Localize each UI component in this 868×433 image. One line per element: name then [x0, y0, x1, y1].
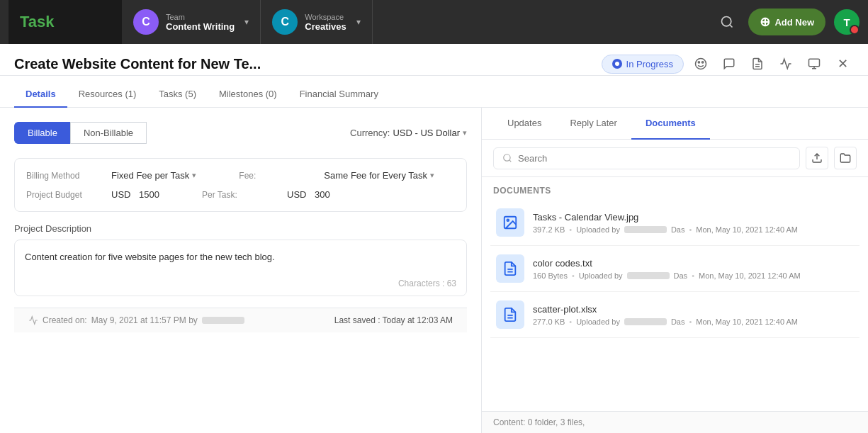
- close-button[interactable]: ✕: [831, 52, 854, 75]
- document-copy-button[interactable]: [746, 52, 769, 75]
- description-box[interactable]: Content creation for five website pages …: [14, 240, 467, 296]
- uploaded-by-label: Uploaded by: [576, 317, 620, 326]
- tab-reply-later[interactable]: Reply Later: [556, 108, 631, 140]
- uploader-name-blurred: [624, 318, 667, 325]
- right-panel: Updates Reply Later Documents: [482, 108, 868, 433]
- palette-icon: [694, 57, 707, 70]
- workspace-chevron-icon: ▾: [356, 17, 361, 27]
- user-avatar[interactable]: T: [834, 9, 859, 35]
- team-chevron-icon: ▾: [244, 17, 249, 27]
- doc-size: 277.0 KB: [533, 317, 565, 326]
- expand-icon: [808, 57, 821, 70]
- tab-financial-summary[interactable]: Financial Summary: [288, 81, 390, 108]
- doc-size: 397.2 KB: [533, 225, 565, 234]
- workspace-avatar: C: [272, 9, 298, 35]
- dot-separator: •: [689, 225, 692, 234]
- add-new-label: Add New: [774, 17, 814, 28]
- tab-details[interactable]: Details: [14, 81, 67, 108]
- doc-name: Tasks - Calendar View.jpg: [533, 212, 854, 223]
- currency-chevron-icon: ▾: [463, 128, 467, 137]
- tab-documents[interactable]: Documents: [631, 108, 710, 140]
- workspace-label: Workspace: [305, 13, 346, 21]
- created-label: Created on:: [43, 315, 87, 325]
- tab-tasks[interactable]: Tasks (5): [147, 81, 208, 108]
- created-value: May 9, 2021 at 11:57 PM by: [91, 315, 198, 325]
- documents-section-label: Documents: [482, 177, 868, 200]
- doc-uploader: Das: [671, 317, 685, 326]
- left-footer: Created on: May 9, 2021 at 11:57 PM by L…: [14, 308, 467, 332]
- billing-details-box: Billing Method Fixed Fee per Task ▾ Fee:…: [14, 158, 467, 212]
- dot-separator: •: [692, 271, 694, 280]
- uploaded-by-label: Uploaded by: [576, 225, 620, 234]
- currency-value: USD - US Dollar: [393, 128, 460, 138]
- add-new-button[interactable]: ⊕ Add New: [748, 9, 825, 35]
- budget-row: Project Budget USD 1500 Per Task: USD 30…: [26, 189, 455, 200]
- list-item[interactable]: color codes.txt 160 Bytes • Uploaded by …: [490, 246, 859, 292]
- xlsx-file-icon: [496, 300, 524, 329]
- billable-button[interactable]: Billable: [14, 122, 70, 144]
- currency-label: Currency:: [350, 128, 390, 138]
- uploader-name-blurred: [624, 226, 667, 233]
- non-billable-button[interactable]: Non-Billable: [70, 122, 147, 144]
- tab-milestones[interactable]: Milestones (0): [208, 81, 288, 108]
- right-toolbar: [482, 140, 868, 177]
- doc-meta: 277.0 KB • Uploaded by Das • Mon, May 10…: [533, 317, 854, 326]
- global-search-button[interactable]: [714, 9, 740, 35]
- doc-uploader: Das: [671, 225, 685, 234]
- svg-point-12: [507, 219, 509, 221]
- expand-button[interactable]: [803, 52, 825, 75]
- workspace-name: Creatives: [305, 21, 346, 32]
- doc-meta: 160 Bytes • Uploaded by Das • Mon, May 1…: [533, 271, 854, 280]
- uploader-name-blurred: [627, 272, 670, 279]
- search-icon: [502, 153, 512, 163]
- tab-resources[interactable]: Resources (1): [67, 81, 148, 108]
- currency-area: Currency: USD - US Dollar ▾: [350, 128, 467, 138]
- content-summary: Content: 0 folder, 3 files,: [493, 417, 585, 427]
- main-content: Create Website Content for New Te... In …: [0, 44, 868, 433]
- team-name: Content Writing: [166, 21, 235, 32]
- doc-size: 160 Bytes: [533, 271, 568, 280]
- document-list: Tasks - Calendar View.jpg 397.2 KB • Upl…: [482, 200, 868, 411]
- doc-date: Mon, May 10, 2021 12:40 AM: [696, 225, 798, 234]
- logo-area: Task: [9, 0, 122, 44]
- tab-updates[interactable]: Updates: [493, 108, 556, 140]
- header-actions: In Progress: [602, 52, 854, 75]
- status-badge[interactable]: In Progress: [602, 55, 684, 74]
- comment-icon: [723, 57, 735, 70]
- dot-separator: •: [569, 225, 572, 234]
- uploaded-by-label: Uploaded by: [579, 271, 623, 280]
- billing-toggle-row: Billable Non-Billable Currency: USD - US…: [14, 122, 467, 144]
- svg-point-0: [722, 17, 731, 26]
- right-tabs: Updates Reply Later Documents: [482, 108, 868, 140]
- page-title: Create Website Content for New Te...: [14, 56, 602, 72]
- list-item[interactable]: Tasks - Calendar View.jpg 397.2 KB • Upl…: [490, 200, 859, 246]
- doc-date: Mon, May 10, 2021 12:40 AM: [696, 317, 798, 326]
- per-task-value: USD 300: [287, 189, 330, 200]
- description-label: Project Description: [14, 223, 467, 234]
- workspace-info: Workspace Creatives: [305, 13, 346, 32]
- activity-icon: [779, 57, 792, 70]
- palette-button[interactable]: [689, 52, 712, 75]
- last-saved-label: Last saved : Today at 12:03 AM: [334, 315, 453, 325]
- search-box: [493, 147, 800, 169]
- document-icon: [751, 57, 764, 70]
- activity-button[interactable]: [774, 52, 797, 75]
- comment-button[interactable]: [718, 52, 740, 75]
- description-section: Project Description Content creation for…: [14, 223, 467, 296]
- workspace-creatives[interactable]: C Workspace Creatives ▾: [261, 0, 373, 44]
- workspace-team-content[interactable]: C Team Content Writing ▾: [122, 0, 261, 44]
- txt-file-icon: [496, 254, 524, 283]
- doc-meta: 397.2 KB • Uploaded by Das • Mon, May 10…: [533, 225, 854, 234]
- team-workspace-info: Team Content Writing: [166, 13, 235, 32]
- search-input[interactable]: [518, 153, 791, 164]
- dot-separator: •: [569, 317, 572, 326]
- app-logo: Task: [20, 13, 55, 31]
- created-info: Created on: May 9, 2021 at 11:57 PM by: [28, 315, 244, 325]
- folder-button[interactable]: [834, 147, 857, 169]
- fee-value: Same Fee for Every Task ▾: [324, 170, 434, 181]
- upload-button[interactable]: [806, 147, 828, 169]
- list-item[interactable]: scatter-plot.xlsx 277.0 KB • Uploaded by…: [490, 292, 859, 338]
- dot-separator: •: [689, 317, 692, 326]
- page-header: Create Website Content for New Te... In …: [0, 44, 868, 76]
- nav-right: ⊕ Add New T: [714, 9, 859, 35]
